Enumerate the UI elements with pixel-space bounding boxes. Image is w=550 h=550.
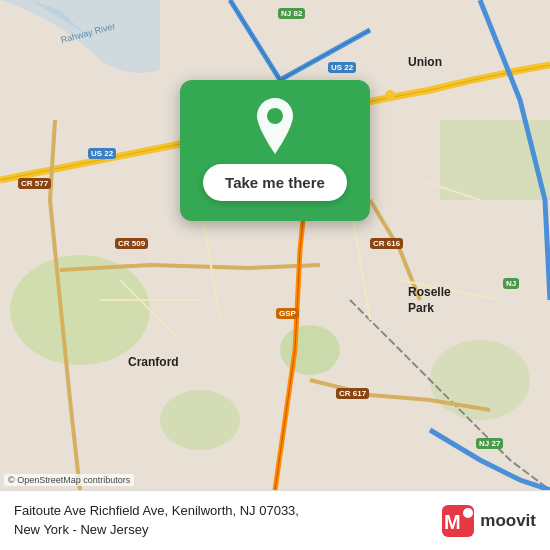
badge-cr617: CR 617 [336,388,369,399]
location-pin-icon [251,98,299,154]
badge-nj82: NJ 82 [278,8,305,19]
moovit-logo: M moovit [442,505,536,537]
svg-text:M: M [444,511,461,533]
address-line2: New York - New Jersey [14,521,442,539]
badge-nj27: NJ 27 [476,438,503,449]
osm-credit: © OpenStreetMap contributors [4,474,134,486]
badge-us22-top: US 22 [328,62,356,73]
moovit-text: moovit [480,511,536,531]
svg-point-14 [267,108,283,124]
svg-point-3 [280,325,340,375]
svg-point-13 [385,90,395,100]
badge-gsp: GSP [276,308,299,319]
svg-point-2 [160,390,240,450]
footer: Faitoute Ave Richfield Ave, Kenilworth, … [0,490,550,550]
footer-address: Faitoute Ave Richfield Ave, Kenilworth, … [14,502,442,538]
badge-us22-left: US 22 [88,148,116,159]
badge-cr577: CR 577 [18,178,51,189]
moovit-icon: M [442,505,474,537]
badge-nj-right: NJ [503,278,519,289]
action-panel: Take me there [180,80,370,221]
address-line1: Faitoute Ave Richfield Ave, Kenilworth, … [14,502,442,520]
badge-cr509: CR 509 [115,238,148,249]
take-me-there-button[interactable]: Take me there [203,164,347,201]
svg-point-1 [10,255,150,365]
map: NJ 82 US 22 US 22 CR 577 CR 509 CR 616 G… [0,0,550,490]
badge-cr616: CR 616 [370,238,403,249]
svg-point-17 [463,508,473,518]
